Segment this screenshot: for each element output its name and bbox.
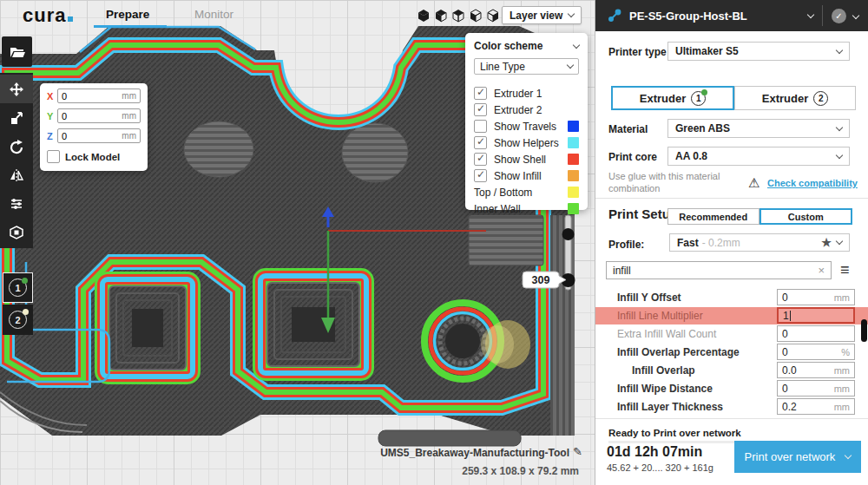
shell-color-swatch (568, 154, 579, 165)
setting-row-infill-y-offset: Infill Y Offset 0mm (595, 289, 868, 306)
cura-window: 309 cura Prepare Monitor Layer view (0, 0, 868, 485)
sliders-icon (9, 196, 24, 212)
scale-tool-button[interactable] (0, 103, 33, 132)
view-mode-dropdown[interactable]: Layer view (502, 6, 582, 24)
clear-search-icon[interactable]: × (818, 264, 825, 277)
extruder-2-select-button[interactable]: 2 (3, 305, 33, 335)
recommended-mode-button[interactable]: Recommended (667, 208, 760, 225)
position-panel: X 0mm Y 0mm Z 0mm Lock Model (40, 83, 148, 171)
mirror-tool-button[interactable] (0, 161, 33, 189)
extruder1-checkbox[interactable] (474, 87, 487, 100)
active-tab-underline (94, 25, 167, 28)
setting-row-infill-wipe-distance: Infill Wipe Distance 0mm (595, 380, 868, 397)
infill-line-multiplier-input[interactable]: 1 (777, 307, 855, 324)
extruder-1-material-dot (22, 278, 28, 284)
favorite-star-icon[interactable]: ★ (821, 236, 832, 249)
material-label: Material (608, 123, 648, 135)
infill-wipe-distance-input[interactable]: 0mm (777, 380, 855, 397)
custom-mode-button[interactable]: Custom (760, 208, 853, 225)
print-core-dropdown[interactable]: AA 0.8 (667, 147, 850, 166)
glue-note: Use glue with this material combination (608, 170, 747, 195)
tab-monitor[interactable]: Monitor (194, 8, 233, 21)
move-tool-button[interactable] (0, 75, 33, 103)
y-position-input[interactable]: 0mm (57, 108, 141, 123)
settings-menu-icon[interactable]: ≡ (840, 261, 850, 279)
show-helpers-checkbox[interactable] (474, 136, 487, 149)
support-blocker-button[interactable] (0, 218, 33, 246)
per-model-settings-button[interactable] (0, 189, 33, 218)
material-dropdown[interactable]: Green ABS (667, 119, 850, 138)
show-travels-row: Show Travels (474, 118, 579, 134)
chevron-down-icon (836, 151, 843, 158)
warning-triangle-icon: ⚠ (748, 175, 760, 191)
chevron-down-icon (567, 62, 574, 69)
infill-y-offset-input[interactable]: 0mm (777, 289, 855, 305)
print-over-network-button[interactable]: Print over network (734, 441, 861, 473)
profile-label: Profile: (608, 239, 644, 251)
model-name[interactable]: UMS5_Breakaway-Manufacturing-Tool (365, 447, 569, 459)
material-estimate: 45.62 + 20.... 320 + 161g (607, 462, 713, 473)
infill-overlap-input[interactable]: 0.0mm (777, 362, 855, 378)
show-shell-row: Show Shell (474, 151, 579, 167)
tab-prepare[interactable]: Prepare (106, 8, 149, 21)
mirror-icon (9, 167, 24, 183)
y-position-row: Y 0mm (47, 108, 141, 123)
extruder-1-select-button[interactable]: 1 (3, 272, 33, 303)
chevron-down-icon (568, 10, 575, 17)
tool-sidebar (0, 73, 33, 248)
rotate-tool-button[interactable] (0, 132, 33, 161)
printer-type-dropdown[interactable]: Ultimaker S5 (667, 42, 850, 61)
x-position-input[interactable]: 0mm (57, 88, 141, 103)
rename-pencil-icon[interactable]: ✎ (573, 445, 582, 458)
printer-header[interactable]: PE-S5-Group-Host-BL ✓ (595, 0, 868, 31)
extruder2-visibility-row: Extruder 2 (474, 102, 579, 118)
setting-row-infill-overlap-percentage: Infill Overlap Percentage 0% (595, 344, 868, 361)
color-scheme-title: Color scheme (474, 40, 542, 52)
extruder-2-tab[interactable]: Extruder 2 (734, 86, 856, 110)
extruder2-checkbox[interactable] (474, 103, 487, 116)
viewport-3d[interactable]: 309 cura Prepare Monitor Layer view (0, 0, 595, 485)
status-check-icon: ✓ (832, 9, 846, 23)
check-compatibility-link[interactable]: Check compatibility (767, 178, 858, 188)
view-left-icon[interactable] (469, 9, 483, 23)
chevron-down-icon[interactable] (807, 10, 814, 17)
chevron-down-icon[interactable] (573, 41, 580, 48)
chevron-down-icon[interactable] (852, 12, 859, 19)
header-divider (822, 5, 823, 26)
settings-search-input[interactable]: infill × (606, 261, 832, 279)
open-folder-icon (9, 44, 26, 60)
extruder-1-tab[interactable]: Extruder 1 (611, 86, 734, 110)
view-right-icon[interactable] (486, 9, 500, 23)
top-bottom-legend-row: Top / Bottom (474, 184, 579, 200)
color-scheme-dropdown[interactable]: Line Type (474, 58, 579, 75)
section-divider (595, 198, 868, 199)
view-front-icon[interactable] (434, 9, 448, 23)
lock-model-label: Lock Model (65, 152, 120, 162)
rotate-icon (9, 139, 24, 154)
infill-layer-thickness-input[interactable]: 0.2mm (777, 398, 855, 415)
inner-wall-legend-row: Inner Wall (474, 200, 579, 217)
show-helpers-row: Show Helpers (474, 134, 579, 151)
setting-row-infill-line-multiplier: Infill Line Multiplier 1 (595, 307, 868, 324)
z-position-input[interactable]: 0mm (57, 128, 141, 143)
logo-dot (68, 16, 73, 22)
printer-type-label: Printer type (608, 46, 667, 58)
profile-dropdown[interactable]: Fast - 0.2mm ★ (669, 233, 850, 252)
print-core-label: Print core (608, 151, 657, 163)
view-top-icon[interactable] (451, 9, 465, 23)
view-3d-icon[interactable] (417, 9, 431, 23)
scale-icon (9, 110, 24, 126)
setting-row-infill-layer-thickness: Infill Layer Thickness 0.2mm (595, 398, 868, 416)
extruder-2-material-dot (23, 309, 29, 315)
network-printer-icon (607, 8, 622, 23)
open-file-button[interactable] (2, 36, 32, 67)
show-travels-checkbox[interactable] (474, 120, 487, 133)
view-mode-label: Layer view (510, 10, 562, 22)
infill-overlap-percentage-input[interactable]: 0% (777, 344, 855, 360)
printer-name: PE-S5-Group-Host-BL (629, 10, 747, 23)
extra-infill-wall-count-input[interactable]: 0 (777, 325, 855, 342)
scrollbar-thumb[interactable] (861, 319, 867, 342)
show-shell-checkbox[interactable] (474, 153, 487, 166)
show-infill-checkbox[interactable] (474, 169, 487, 182)
lock-model-checkbox[interactable] (47, 150, 60, 163)
